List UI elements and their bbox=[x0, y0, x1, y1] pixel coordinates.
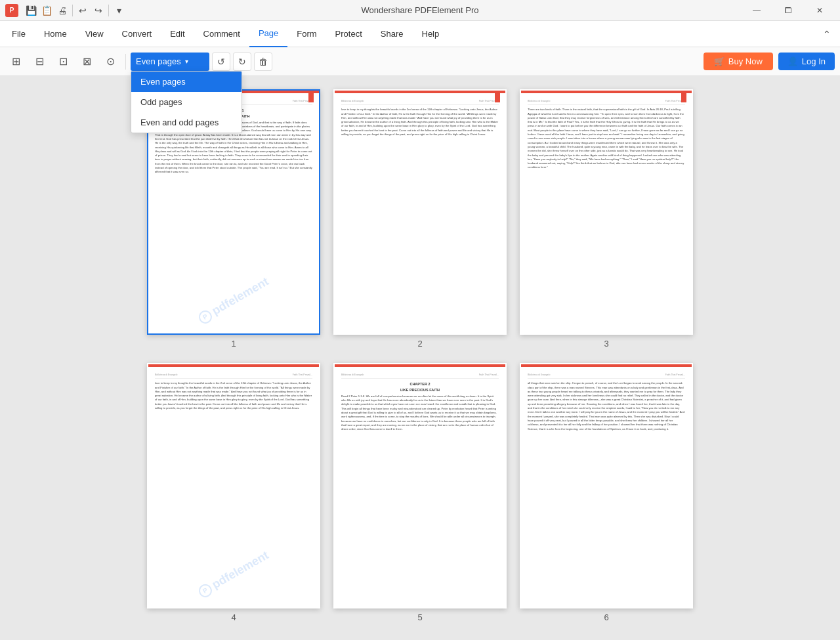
title-bar-tools: 💾 📋 🖨 ↩ ↪ ▾ bbox=[24, 3, 126, 18]
page-body-text-6: all things that were said on the ship. I… bbox=[528, 381, 685, 431]
page-content-6: Bibliotexa di Evangelo Faith That Prevai… bbox=[521, 367, 692, 607]
app-title: Wondershare PDFElement Pro bbox=[362, 5, 479, 15]
page-body-text-2: love to keep in my thoughts the beautifu… bbox=[341, 108, 499, 137]
page-card-2[interactable]: Bibliotexa di Evangelo Faith That Prevai… bbox=[333, 89, 507, 335]
separator2 bbox=[108, 5, 109, 16]
login-label: Log In bbox=[802, 56, 826, 66]
dropdown-option-odd[interactable]: Odd pages bbox=[131, 92, 242, 112]
page-select-label: Even pages bbox=[136, 56, 181, 66]
page-label-1: 1 bbox=[231, 335, 236, 350]
redo-icon[interactable]: ↪ bbox=[91, 3, 106, 18]
toolbar: ⊞ ⊟ ⊡ ⊠ ⊙ Even pages ▾ Even pages Odd pa… bbox=[0, 47, 840, 76]
page-container-3: Bibliotexa di Evangelo Faith That Prevai… bbox=[520, 89, 693, 350]
page-content-4: Bibliotexa di Evangelo Faith That Prevai… bbox=[148, 367, 319, 607]
page-label-3: 3 bbox=[604, 335, 608, 350]
close-button[interactable]: ✕ bbox=[805, 0, 835, 21]
rotate-ccw-button[interactable]: ↺ bbox=[212, 53, 230, 71]
page-thumb-4: Bibliotexa di Evangelo Faith That Prevai… bbox=[148, 364, 319, 607]
maximize-button[interactable]: ⧠ bbox=[773, 0, 803, 21]
page-container-2: Bibliotexa di Evangelo Faith That Prevai… bbox=[333, 89, 507, 350]
page-card-6[interactable]: Bibliotexa di Evangelo Faith That Prevai… bbox=[520, 363, 693, 608]
title-bar: P 💾 📋 🖨 ↩ ↪ ▾ Wondershare PDFElement Pro… bbox=[0, 0, 840, 21]
page-thumb-5: Bibliotexa di Evangelo Faith That Prevai… bbox=[335, 364, 505, 607]
menu-convert[interactable]: Convert bbox=[113, 21, 161, 47]
page-header-5: Bibliotexa di Evangelo Faith That Prevai… bbox=[341, 373, 499, 379]
window-controls: — ⧠ ✕ bbox=[742, 0, 835, 21]
delete-button[interactable]: 🗑 bbox=[254, 53, 272, 71]
login-button[interactable]: 👤 Log In bbox=[778, 53, 835, 70]
page-content-2: Bibliotexa di Evangelo Faith That Prevai… bbox=[335, 93, 505, 333]
buy-now-button[interactable]: 🛒 Buy Now bbox=[704, 53, 773, 70]
page-label-2: 2 bbox=[417, 335, 422, 350]
page-body-text-5: Read 2 Peter 1:1-8. We are full of compr… bbox=[341, 395, 499, 432]
page-header-4: Bibliotexa di Evangelo Faith That Prevai… bbox=[155, 373, 312, 379]
page-select-button[interactable]: Even pages ▾ bbox=[131, 53, 209, 71]
menu-comment[interactable]: Comment bbox=[194, 21, 249, 47]
page-select-wrapper: Even pages ▾ Even pages Odd pages Even a… bbox=[131, 53, 209, 71]
insert-page-button[interactable]: ⊞ bbox=[5, 51, 26, 72]
quick-access-icon[interactable]: 🖨 bbox=[55, 3, 70, 18]
menu-edit[interactable]: Edit bbox=[161, 21, 194, 47]
extract-page-button[interactable]: ⊡ bbox=[52, 51, 74, 72]
page-card-4[interactable]: Bibliotexa di Evangelo Faith That Prevai… bbox=[147, 363, 320, 608]
page-container-5: Bibliotexa di Evangelo Faith That Prevai… bbox=[333, 363, 507, 624]
page-bookmark-2 bbox=[495, 91, 500, 102]
separator bbox=[125, 54, 126, 70]
page-card-3[interactable]: Bibliotexa di Evangelo Faith That Prevai… bbox=[520, 89, 693, 335]
menu-bar: File Home View Convert Edit Comment Page… bbox=[0, 21, 840, 47]
menu-form[interactable]: Form bbox=[287, 21, 326, 47]
dropdown-option-both[interactable]: Even and odd pages bbox=[131, 112, 242, 133]
page-label-6: 6 bbox=[604, 608, 608, 624]
page-thumb-6: Bibliotexa di Evangelo Faith That Prevai… bbox=[521, 364, 692, 607]
menu-protect[interactable]: Protect bbox=[326, 21, 371, 47]
menu-file[interactable]: File bbox=[3, 21, 35, 47]
page-content-5: Bibliotexa di Evangelo Faith That Prevai… bbox=[335, 367, 505, 607]
page-label-4: 4 bbox=[231, 608, 236, 624]
page-header-3: Bibliotexa di Evangelo Faith That Prevai… bbox=[528, 100, 685, 105]
chapter-title-5: CHAPTER 2LIKE PRECIOUS FAITH bbox=[341, 381, 499, 393]
open-icon[interactable]: 📋 bbox=[39, 3, 54, 18]
page-container-6: Bibliotexa di Evangelo Faith That Prevai… bbox=[520, 363, 693, 624]
page-container-4: Bibliotexa di Evangelo Faith That Prevai… bbox=[147, 363, 320, 624]
app-icon: P bbox=[5, 4, 18, 17]
page-label-5: 5 bbox=[417, 608, 422, 624]
cart-icon: 🛒 bbox=[714, 56, 724, 66]
page-row-2: Bibliotexa di Evangelo Faith That Prevai… bbox=[147, 363, 693, 624]
page-body-text-4: love to keep in my thoughts the beautifu… bbox=[155, 381, 312, 410]
menu-home[interactable]: Home bbox=[35, 21, 76, 47]
page-header-6: Bibliotexa di Evangelo Faith That Prevai… bbox=[528, 373, 685, 379]
dropdown-option-even[interactable]: Even pages bbox=[131, 72, 242, 92]
page-content-3: Bibliotexa di Evangelo Faith That Prevai… bbox=[521, 93, 692, 333]
dropdown-arrow-icon: ▾ bbox=[185, 58, 188, 65]
page-body-text-3: There are two kinds of faith. There is t… bbox=[528, 108, 685, 169]
split-page-button[interactable]: ⊙ bbox=[100, 51, 121, 72]
page-bookmark-3 bbox=[681, 91, 686, 102]
save-icon[interactable]: 💾 bbox=[24, 3, 38, 18]
menu-share[interactable]: Share bbox=[371, 21, 413, 47]
menu-bar-right: ⌃ bbox=[816, 24, 837, 45]
expand-ribbon-button[interactable]: ⌃ bbox=[816, 24, 837, 45]
rotate-cw-button[interactable]: ↻ bbox=[233, 53, 251, 71]
page-bookmark-1 bbox=[308, 91, 314, 102]
menu-help[interactable]: Help bbox=[413, 21, 449, 47]
page-thumb-2: Bibliotexa di Evangelo Faith That Prevai… bbox=[335, 91, 505, 333]
dropdown-icon[interactable]: ▾ bbox=[112, 3, 126, 18]
user-icon: 👤 bbox=[788, 56, 798, 66]
content-area[interactable]: Bibliotexa di Evangelo Faith That Prevai… bbox=[0, 76, 840, 640]
undo-icon[interactable]: ↩ bbox=[75, 3, 90, 18]
page-card-5[interactable]: Bibliotexa di Evangelo Faith That Prevai… bbox=[333, 363, 507, 608]
title-bar-left: P 💾 📋 🖨 ↩ ↪ ▾ bbox=[5, 3, 126, 18]
menu-view[interactable]: View bbox=[76, 21, 113, 47]
page-select-dropdown: Even pages Odd pages Even and odd pages bbox=[131, 71, 242, 133]
minimize-button[interactable]: — bbox=[742, 0, 772, 21]
page-thumb-3: Bibliotexa di Evangelo Faith That Prevai… bbox=[521, 91, 692, 333]
toolbar-right: 🛒 Buy Now 👤 Log In bbox=[704, 53, 835, 70]
replace-page-button[interactable]: ⊠ bbox=[76, 51, 97, 72]
separator bbox=[72, 5, 73, 16]
menu-page[interactable]: Page bbox=[249, 21, 287, 47]
page-header-2: Bibliotexa di Evangelo Faith That Prevai… bbox=[341, 100, 499, 105]
buy-now-label: Buy Now bbox=[728, 56, 763, 66]
delete-page-button[interactable]: ⊟ bbox=[29, 51, 50, 72]
